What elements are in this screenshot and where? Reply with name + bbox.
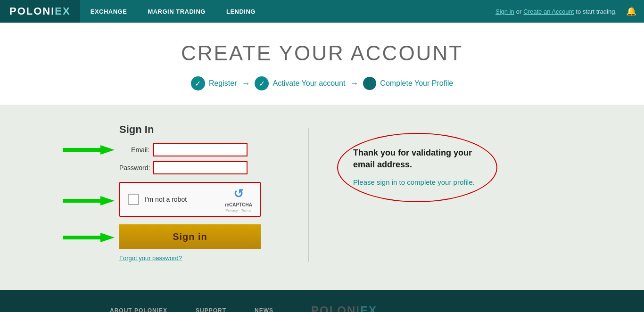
step-register-label: Register — [209, 79, 237, 88]
navbar: POLONIEX EXCHANGE MARGIN TRADING LENDING… — [0, 0, 644, 23]
step-complete-profile-label: Complete Your Profile — [380, 79, 453, 88]
svg-marker-0 — [63, 145, 115, 155]
password-input[interactable] — [153, 161, 248, 174]
content-wrapper: Sign In Email: Password: — [110, 123, 534, 262]
email-input[interactable] — [153, 143, 248, 156]
arrow-email-icon — [63, 144, 115, 156]
step-activate: ✓ Activate Your account — [255, 76, 345, 90]
step-activate-label: Activate Your account — [272, 79, 345, 88]
step-arrow-1: → — [241, 79, 250, 89]
navbar-logo: POLONIEX — [0, 0, 80, 23]
signin-button[interactable]: Sign in — [119, 224, 261, 249]
hero-section: CREATE YOUR ACCOUNT ✓ Register → ✓ Activ… — [0, 23, 644, 105]
step-register-check-icon: ✓ — [191, 76, 205, 90]
notification-bell-icon[interactable]: 🔔 — [626, 6, 636, 16]
footer-news-link[interactable]: NEWS — [255, 307, 273, 312]
svg-marker-1 — [63, 196, 115, 205]
signin-section: Sign In Email: Password: — [119, 123, 280, 262]
step-activate-check-icon: ✓ — [255, 76, 269, 90]
divider — [308, 128, 309, 262]
validation-message-box: Thank you for validating your email addr… — [337, 133, 497, 202]
footer-links: ABOUT POLONIEX SUPPORT NEWS — [110, 307, 273, 312]
message-title: Thank you for validating your email addr… — [353, 147, 481, 171]
recaptcha-brand-label: reCAPTCHA — [225, 202, 252, 207]
email-label: Email: — [119, 146, 153, 154]
arrow-signin-icon — [63, 232, 115, 243]
logo-text-polo: POLONI — [9, 5, 55, 17]
navbar-right: Sign in or Create an Account to start tr… — [495, 6, 644, 16]
nav-margin-trading[interactable]: MARGIN TRADING — [137, 0, 216, 23]
footer-inner: ABOUT POLONIEX SUPPORT NEWS POLONIEX — [110, 304, 534, 312]
captcha-widget[interactable]: I'm not a robot ↺ reCAPTCHA Privacy - Te… — [119, 182, 261, 217]
navbar-suffix-text: to start trading. — [576, 8, 617, 15]
signin-title: Sign In — [119, 123, 280, 136]
step-complete-profile-icon — [363, 77, 376, 90]
password-label: Password: — [119, 164, 153, 172]
footer-logo-polo: POLONI — [311, 304, 360, 312]
logo-text-niex: EX — [55, 5, 70, 17]
step-register: ✓ Register — [191, 76, 237, 90]
captcha-left: I'm not a robot — [128, 194, 187, 205]
page-title: CREATE YOUR ACCOUNT — [0, 41, 644, 65]
steps-indicator: ✓ Register → ✓ Activate Your account → C… — [0, 76, 644, 90]
svg-marker-2 — [63, 233, 115, 242]
footer-about-link[interactable]: ABOUT POLONIEX — [110, 307, 167, 312]
nav-lending[interactable]: LENDING — [216, 0, 266, 23]
navbar-create-account-link[interactable]: Create an Account — [523, 8, 574, 15]
step-arrow-2: → — [350, 79, 358, 89]
navbar-nav: EXCHANGE MARGIN TRADING LENDING — [80, 0, 266, 23]
footer-logo: POLONIEX — [311, 304, 377, 312]
arrow-captcha-icon — [63, 195, 115, 206]
captcha-label: I'm not a robot — [145, 196, 187, 203]
captcha-checkbox[interactable] — [128, 194, 139, 205]
recaptcha-sub-label: Privacy - Terms — [225, 208, 251, 213]
main-content: Sign In Email: Password: — [0, 105, 644, 290]
message-body: Please sign in to complete your profile. — [353, 177, 481, 188]
step-complete-profile: Complete Your Profile — [363, 77, 453, 90]
recaptcha-logo-icon: ↺ — [233, 187, 244, 201]
forgot-password-link[interactable]: Forgot your password? — [119, 255, 280, 262]
message-section: Thank you for validating your email addr… — [337, 123, 525, 202]
navbar-signin-link[interactable]: Sign in — [495, 8, 514, 15]
footer-logo-niex: EX — [360, 304, 377, 312]
navbar-or-text: or — [516, 8, 522, 15]
footer: ABOUT POLONIEX SUPPORT NEWS POLONIEX — [0, 290, 644, 312]
captcha-right: ↺ reCAPTCHA Privacy - Terms — [225, 187, 252, 213]
nav-exchange[interactable]: EXCHANGE — [80, 0, 138, 23]
footer-support-link[interactable]: SUPPORT — [196, 307, 226, 312]
